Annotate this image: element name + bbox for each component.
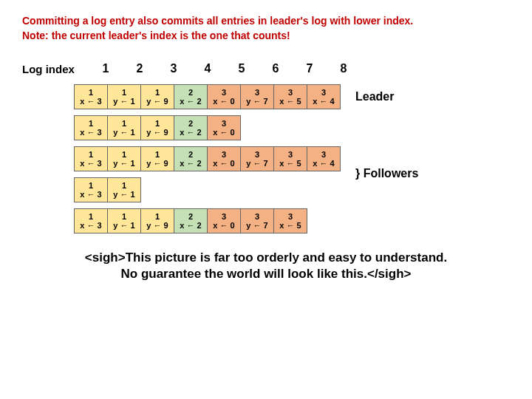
- entry-term: 3: [288, 150, 293, 159]
- entry-term: 3: [222, 212, 226, 221]
- index-cell: 1: [89, 62, 123, 75]
- log-entry: 2x ← 2: [174, 84, 208, 109]
- log-diagram: Log index 12345678 1x ← 31y ← 11y ← 92x …: [22, 62, 510, 233]
- entry-command: x ← 2: [180, 221, 201, 230]
- log-entry: 1y ← 9: [140, 146, 174, 171]
- entry-command: x ← 2: [180, 128, 201, 137]
- entry-term: 1: [122, 181, 126, 190]
- entry-command: y ← 7: [246, 97, 267, 106]
- entry-command: y ← 7: [246, 159, 267, 168]
- log-entry: 1y ← 9: [140, 84, 174, 109]
- entry-command: y ← 1: [113, 190, 134, 199]
- entry-term: 1: [122, 150, 126, 159]
- log-entry: 1x ← 3: [74, 177, 108, 202]
- log-entry: 3x ← 0: [207, 208, 241, 233]
- entry-command: y ← 1: [113, 159, 134, 168]
- entry-command: y ← 9: [146, 221, 168, 230]
- entry-command: y ← 1: [113, 128, 134, 137]
- log-entry: 1y ← 1: [107, 177, 141, 202]
- log-entry: 3x ← 5: [273, 146, 307, 171]
- entry-term: 1: [89, 119, 93, 128]
- log-entry: 3y ← 7: [240, 146, 274, 171]
- log-entry: 1y ← 1: [107, 84, 141, 109]
- log-entry: 2x ← 2: [174, 208, 208, 233]
- entry-command: x ← 3: [80, 97, 101, 106]
- log-entry: 3x ← 0: [207, 84, 241, 109]
- entry-term: 1: [89, 181, 93, 190]
- entry-command: x ← 0: [213, 97, 234, 106]
- entry-command: y ← 1: [113, 97, 134, 106]
- entry-term: 2: [188, 119, 193, 128]
- log-row: 1x ← 31y ← 1: [74, 177, 510, 202]
- entry-command: y ← 9: [146, 97, 168, 106]
- log-entry: 3y ← 7: [240, 84, 274, 109]
- entry-term: 2: [188, 212, 193, 221]
- entry-command: x ← 4: [313, 159, 334, 168]
- index-cell: 7: [293, 62, 327, 75]
- entry-term: 1: [155, 119, 160, 128]
- index-cell: 2: [123, 62, 157, 75]
- entry-term: 3: [255, 88, 259, 97]
- log-entry: 1y ← 1: [107, 208, 141, 233]
- followers-label: } Followers: [355, 167, 418, 180]
- log-entry: 1y ← 9: [140, 115, 174, 140]
- entry-command: x ← 5: [279, 221, 301, 230]
- sigh-caption: <sigh>This picture is far too orderly an…: [22, 250, 510, 282]
- entry-term: 3: [222, 88, 226, 97]
- log-entry: 1x ← 3: [74, 115, 108, 140]
- log-entry: 2x ← 2: [174, 146, 208, 171]
- entry-command: x ← 2: [180, 97, 201, 106]
- log-row: 1x ← 31y ← 11y ← 92x ← 23x ← 03y ← 73x ←…: [74, 146, 510, 171]
- entry-term: 1: [122, 119, 126, 128]
- entry-term: 3: [288, 88, 293, 97]
- entry-term: 3: [321, 150, 326, 159]
- entry-command: x ← 4: [313, 97, 334, 106]
- entry-term: 1: [89, 212, 93, 221]
- title-line-1: Committing a log entry also commits all …: [22, 15, 510, 27]
- entry-term: 1: [89, 150, 93, 159]
- index-cell: 6: [259, 62, 293, 75]
- log-entry: 2x ← 2: [174, 115, 208, 140]
- log-row: 1x ← 31y ← 11y ← 92x ← 23x ← 0: [74, 115, 510, 140]
- entry-term: 1: [122, 88, 126, 97]
- entry-command: x ← 2: [180, 159, 201, 168]
- log-entry: 1x ← 3: [74, 84, 108, 109]
- entry-term: 1: [122, 212, 126, 221]
- index-header-row: Log index 12345678: [74, 62, 510, 75]
- entry-term: 3: [255, 150, 259, 159]
- entry-term: 1: [155, 150, 160, 159]
- entry-term: 3: [222, 150, 226, 159]
- entry-command: x ← 0: [213, 221, 234, 230]
- leader-label: Leader: [355, 90, 394, 103]
- entry-term: 1: [155, 88, 160, 97]
- entry-command: y ← 7: [246, 221, 267, 230]
- entry-command: x ← 3: [80, 159, 101, 168]
- index-cell: 3: [157, 62, 191, 75]
- entry-command: y ← 9: [146, 159, 168, 168]
- entry-term: 3: [222, 119, 226, 128]
- log-entry: 1y ← 1: [107, 146, 141, 171]
- entry-term: 3: [288, 212, 293, 221]
- log-entry: 3x ← 4: [307, 84, 341, 109]
- entry-term: 3: [255, 212, 259, 221]
- entry-command: x ← 3: [80, 190, 101, 199]
- log-entry: 3x ← 0: [207, 146, 241, 171]
- sigh-line-2: No guarantee the world will look like th…: [22, 266, 510, 282]
- index-cell: 5: [225, 62, 259, 75]
- entry-term: 1: [155, 212, 160, 221]
- entry-command: x ← 5: [279, 97, 301, 106]
- entry-term: 1: [89, 88, 93, 97]
- log-entry: 1x ← 3: [74, 208, 108, 233]
- entry-term: 3: [321, 88, 326, 97]
- log-entry: 3y ← 7: [240, 208, 274, 233]
- log-entry: 3x ← 0: [207, 115, 241, 140]
- log-entry: 1y ← 9: [140, 208, 174, 233]
- log-row: 1x ← 31y ← 11y ← 92x ← 23x ← 03y ← 73x ←…: [74, 208, 510, 233]
- index-cell: 8: [327, 62, 361, 75]
- entry-command: x ← 5: [279, 159, 301, 168]
- sigh-line-1: <sigh>This picture is far too orderly an…: [22, 250, 510, 266]
- index-cell: 4: [191, 62, 225, 75]
- entry-command: x ← 0: [213, 128, 234, 137]
- entry-command: y ← 1: [113, 221, 134, 230]
- entry-command: x ← 3: [80, 221, 101, 230]
